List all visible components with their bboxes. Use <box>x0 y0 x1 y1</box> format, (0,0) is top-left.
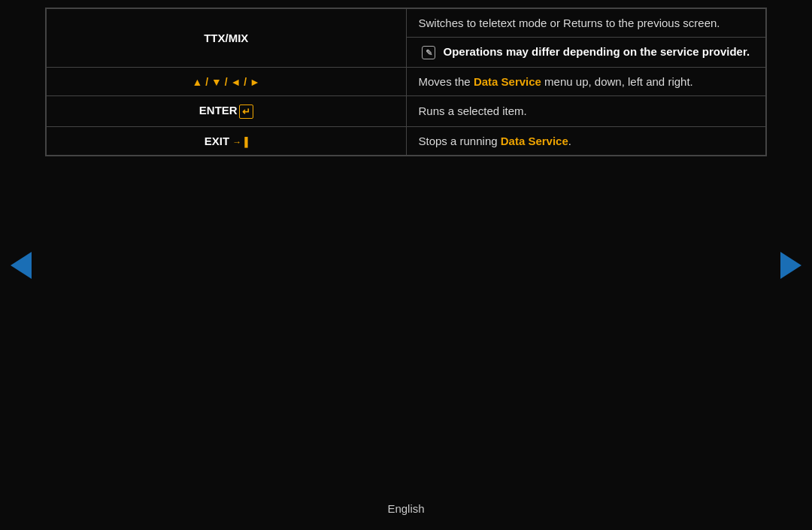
table-row: ▲ / ▼ / ◄ / ► Moves the Data Service men… <box>47 68 766 96</box>
arrows-desc-prefix: Moves the <box>419 75 474 88</box>
nav-prev-button[interactable] <box>8 247 35 284</box>
enter-key-icon: ↵ <box>239 104 253 119</box>
exit-desc-prefix: Stops a running <box>419 135 501 147</box>
arrow-keys-symbol: ▲ / ▼ / ◄ / ► <box>192 76 260 88</box>
description-cell-ttxmix-1: Switches to teletext mode or Returns to … <box>406 9 766 38</box>
key-cell-exit: EXIT→▐ <box>47 126 407 155</box>
key-cell-arrows: ▲ / ▼ / ◄ / ► <box>47 68 407 96</box>
exit-key-label: EXIT <box>205 135 229 147</box>
enter-desc: Runs a selected item. <box>419 104 527 117</box>
exit-desc-suffix: . <box>568 135 571 147</box>
language-label: English <box>387 502 424 515</box>
description-cell-arrows: Moves the Data Service menu up, down, le… <box>406 68 766 96</box>
description-cell-enter: Runs a selected item. <box>406 96 766 127</box>
key-cell-enter: ENTER↵ <box>47 96 407 127</box>
left-arrow-icon <box>11 252 32 279</box>
ttxmix-desc-1: Switches to teletext mode or Returns to … <box>419 17 720 29</box>
right-arrow-icon <box>780 252 801 279</box>
key-cell-ttxmix: TTX/MIX <box>47 9 407 68</box>
arrows-highlight: Data Service <box>474 75 541 88</box>
table-row: ENTER↵ Runs a selected item. <box>47 96 766 127</box>
arrows-desc-suffix: menu up, down, left and right. <box>541 75 693 88</box>
ttxmix-desc-2: Operations may differ depending on the s… <box>444 45 750 58</box>
table-row: TTX/MIX Switches to teletext mode or Ret… <box>47 9 766 38</box>
key-label-ttxmix: TTX/MIX <box>204 32 248 44</box>
content-table: TTX/MIX Switches to teletext mode or Ret… <box>45 8 767 156</box>
language-text: English <box>387 502 424 515</box>
table-row: EXIT→▐ Stops a running Data Service. <box>47 126 766 155</box>
exit-key-icon: →▐ <box>232 137 248 147</box>
exit-highlight: Data Service <box>501 135 568 147</box>
enter-key-label: ENTER <box>199 104 238 117</box>
description-cell-ttxmix-2: ✎ Operations may differ depending on the… <box>406 38 766 68</box>
description-cell-exit: Stops a running Data Service. <box>406 126 766 155</box>
note-icon: ✎ <box>422 46 435 59</box>
nav-next-button[interactable] <box>777 247 804 284</box>
